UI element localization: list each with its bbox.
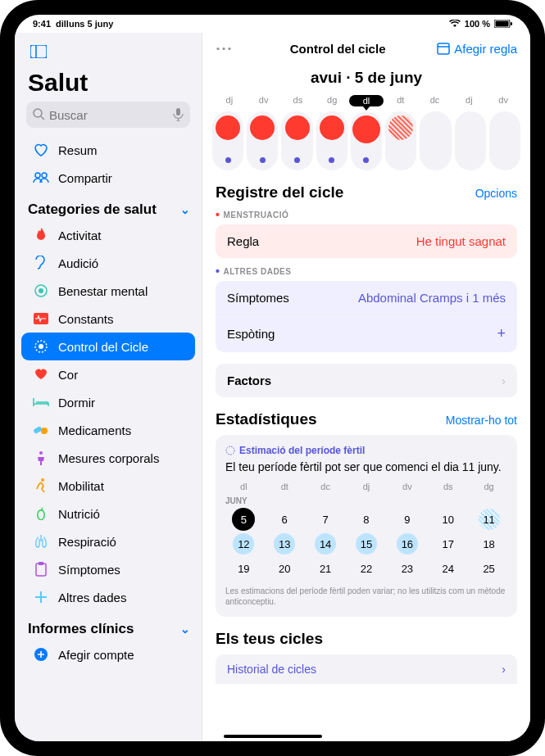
options-link[interactable]: Opcions [475, 187, 517, 200]
fertile-card[interactable]: Estimació del període fèrtil El teu perí… [216, 435, 517, 617]
toggle-sidebar-button[interactable] [26, 39, 51, 64]
vitals-icon [34, 313, 48, 324]
svg-point-8 [35, 173, 40, 178]
sidebar-resum[interactable]: Resum [21, 136, 195, 164]
svg-rect-3 [30, 45, 47, 58]
battery-icon [494, 20, 512, 28]
svg-point-14 [39, 344, 43, 349]
sidebar-audicio[interactable]: Audició [21, 249, 195, 277]
sidebar-add-account[interactable]: Afegir compte [21, 641, 195, 668]
day-pill[interactable] [247, 111, 278, 170]
people-icon [33, 172, 49, 183]
ellipsis-icon [216, 47, 232, 51]
add-period-button[interactable]: Afegir regla [437, 42, 517, 56]
svg-point-9 [42, 173, 47, 178]
sidebar-nutricio[interactable]: Nutrició [21, 500, 195, 527]
sidebar-icon [30, 45, 47, 58]
plus-circle-icon [34, 647, 48, 662]
clipboard-icon [35, 562, 47, 577]
day-pill[interactable] [420, 111, 451, 170]
svg-point-17 [39, 451, 43, 455]
wifi-icon [449, 20, 461, 28]
ear-icon [35, 256, 47, 270]
svg-point-16 [41, 428, 48, 434]
sidebar-control-cicle[interactable]: Control del Cicle [21, 333, 195, 360]
more-button[interactable] [216, 41, 238, 56]
svg-point-5 [34, 109, 42, 117]
sidebar-altres[interactable]: Altres dades [21, 583, 195, 611]
day-pill[interactable] [281, 111, 312, 170]
sidebar-mesures[interactable]: Mesures corporals [21, 444, 195, 472]
cycle-small-icon [225, 446, 235, 455]
svg-rect-25 [438, 43, 449, 54]
day-pill[interactable] [489, 111, 520, 170]
sidebar-dormir[interactable]: Dormir [21, 388, 195, 416]
day-pill[interactable] [385, 111, 416, 170]
plus-icon: + [497, 325, 506, 342]
month-label: JUNY [225, 496, 507, 505]
log-title: Registre del cicle [216, 183, 343, 201]
sidebar-cor[interactable]: Cor [21, 360, 195, 388]
factors-row[interactable]: Factors › [216, 364, 517, 397]
sidebar-benestar[interactable]: Benestar mental [21, 277, 195, 305]
disclaimer: Les estimacions del període fèrtil poden… [225, 586, 507, 607]
sidebar-activitat[interactable]: Activitat [21, 221, 195, 249]
cycle-icon [34, 339, 48, 354]
cal-day-today[interactable]: 5 [233, 509, 254, 530]
day-pill-today[interactable] [351, 111, 382, 170]
symptoms-row[interactable]: Símptomes Abdominal Cramps i 1 més [216, 281, 517, 315]
sidebar-item-label: Resum [58, 143, 98, 157]
categories-header[interactable]: Categories de salut ⌄ [15, 192, 202, 221]
clinical-header[interactable]: Informes clínics ⌄ [15, 611, 202, 641]
battery-pct: 100 % [465, 19, 490, 29]
week-strip[interactable]: dj dv ds dg dl dt dc dj dv [202, 95, 530, 170]
search-input[interactable] [26, 102, 190, 128]
svg-rect-1 [496, 21, 509, 27]
chevron-right-icon: › [502, 663, 506, 676]
chevron-right-icon: › [502, 373, 506, 387]
day-pill[interactable] [455, 111, 486, 170]
sidebar: Salut Resum Compartir Categories de salu… [15, 33, 202, 741]
date-title: avui · 5 de juny [202, 62, 530, 95]
chevron-down-icon: ⌄ [180, 622, 190, 636]
sidebar-simptomes[interactable]: Símptomes [21, 555, 195, 583]
menstruation-label: MENSTRUACIÓ [216, 208, 517, 221]
sidebar-respiracio[interactable]: Respiració [21, 527, 195, 555]
svg-point-18 [41, 478, 44, 482]
flame-icon [35, 228, 47, 242]
page-title: Control del cicle [290, 42, 386, 56]
search-icon [33, 108, 45, 120]
main-content: Control del cicle Afegir regla avui · 5 … [202, 33, 530, 741]
bed-icon [33, 397, 49, 407]
chevron-down-icon: ⌄ [180, 203, 190, 216]
cycles-title: Els teus cicles [216, 630, 323, 648]
mic-icon[interactable] [173, 108, 184, 121]
show-all-link[interactable]: Mostrar-ho tot [446, 414, 517, 427]
sidebar-constants[interactable]: Constants [21, 305, 195, 333]
day-pill[interactable] [212, 111, 243, 170]
lungs-icon [34, 535, 48, 548]
pills-icon [34, 424, 48, 436]
heart-outline-icon [34, 143, 48, 156]
heart-icon [34, 369, 48, 380]
svg-point-24 [228, 47, 230, 49]
spotting-row[interactable]: Espòting + [216, 315, 517, 352]
svg-rect-7 [176, 108, 180, 115]
apple-icon [35, 507, 47, 520]
period-row[interactable]: Regla He tingut sagnat [216, 224, 517, 258]
mindfulness-icon [34, 283, 48, 298]
sidebar-mobilitat[interactable]: Mobilitat [21, 472, 195, 500]
sidebar-compartir[interactable]: Compartir [21, 164, 195, 192]
sidebar-item-label: Compartir [58, 171, 112, 185]
today-badge: dl [349, 95, 384, 106]
home-indicator[interactable] [224, 735, 322, 738]
day-pill[interactable] [316, 111, 347, 170]
sidebar-medicaments[interactable]: Medicaments [21, 416, 195, 444]
app-title: Salut [15, 64, 202, 102]
history-link[interactable]: Historial de cicles › [216, 654, 517, 684]
stats-title: Estadístiques [216, 410, 317, 428]
plus-data-icon [34, 591, 48, 604]
other-data-label: ALTRES DADES [216, 265, 517, 278]
svg-rect-2 [511, 22, 512, 25]
svg-line-6 [41, 116, 44, 120]
